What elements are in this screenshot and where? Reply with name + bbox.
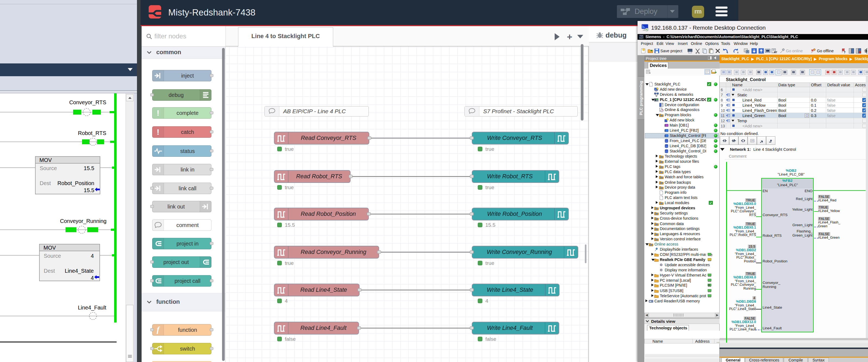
svg-text:RT: RT bbox=[774, 51, 777, 54]
svg-text:??: ?? bbox=[751, 140, 753, 142]
svg-text:?: ? bbox=[844, 51, 845, 54]
